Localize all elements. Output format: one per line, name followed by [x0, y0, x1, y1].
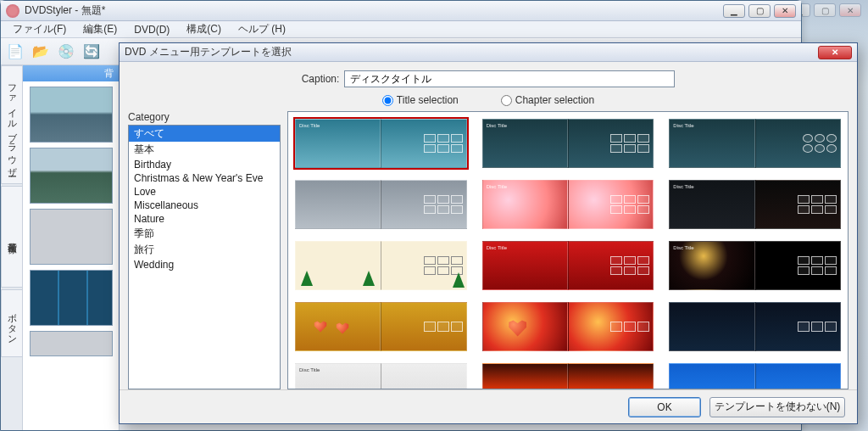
menu-file[interactable]: ファイル(F): [4, 20, 75, 38]
tab-buttons[interactable]: ボタン: [1, 289, 22, 357]
category-item[interactable]: 旅行: [129, 242, 280, 258]
category-item[interactable]: Birthday: [129, 158, 280, 171]
bg-close-button[interactable]: ✕: [839, 3, 861, 17]
dialog-top: Caption: Title selection Chapter selecti…: [120, 62, 857, 111]
dialog-titlebar: DVD メニュー用テンプレートを選択 ✕: [120, 43, 857, 62]
side-tabs: ファイルブラウザー 背景画像 ボタン: [1, 65, 23, 430]
radio-chapter-label: Chapter selection: [515, 94, 594, 106]
dialog-title: DVD メニュー用テンプレートを選択: [125, 45, 818, 59]
category-item[interactable]: Wedding: [129, 258, 280, 271]
menu-config[interactable]: 構成(C): [178, 20, 230, 38]
maximize-button[interactable]: ▢: [748, 4, 771, 18]
menubar: ファイル(F) 編集(E) DVD(D) 構成(C) ヘルプ (H): [1, 21, 801, 38]
burn-icon[interactable]: 💿: [57, 42, 75, 61]
template-item[interactable]: Disc Title: [667, 178, 843, 231]
app-icon: [6, 4, 19, 18]
selection-mode-row: Title selection Chapter selection: [136, 94, 840, 106]
category-item[interactable]: Christmas & New Year's Eve: [129, 171, 280, 185]
template-item[interactable]: Disc Title: [667, 117, 843, 170]
thumbnail[interactable]: [30, 148, 113, 204]
window-controls: ▁ ▢ ✕: [723, 4, 796, 18]
file-browser-panel: 背: [23, 65, 120, 430]
no-template-button[interactable]: テンプレートを使わない(N): [709, 397, 845, 417]
dialog-close-button[interactable]: ✕: [818, 46, 852, 59]
dialog-buttons: OK テンプレートを使わない(N): [120, 389, 857, 423]
dialog-body: Category すべて 基本 Birthday Christmas & New…: [120, 111, 857, 389]
category-item[interactable]: すべて: [129, 126, 280, 142]
refresh-icon[interactable]: 🔄: [82, 42, 101, 61]
radio-title-input[interactable]: [382, 95, 393, 106]
template-item[interactable]: Disc Title: [481, 239, 656, 292]
category-item[interactable]: 季節: [129, 226, 280, 242]
template-item[interactable]: [667, 361, 843, 389]
category-item[interactable]: Nature: [129, 212, 280, 226]
caption-input[interactable]: [344, 70, 675, 87]
category-item[interactable]: 基本: [129, 142, 280, 158]
template-item[interactable]: [481, 361, 656, 389]
template-item[interactable]: [293, 300, 469, 353]
tab-background[interactable]: 背景画像: [1, 186, 22, 288]
tab-file-browser[interactable]: ファイルブラウザー: [1, 65, 22, 184]
category-item[interactable]: Love: [129, 185, 280, 199]
template-item[interactable]: Disc Title: [293, 117, 469, 170]
radio-chapter-selection[interactable]: Chapter selection: [501, 94, 594, 106]
new-icon[interactable]: 📄: [6, 42, 25, 61]
template-grid-wrap: Disc Title Disc Title Disc Title: [287, 111, 849, 389]
ok-button[interactable]: OK: [628, 397, 701, 417]
close-button[interactable]: ✕: [774, 4, 796, 18]
caption-row: Caption:: [136, 70, 840, 87]
template-dialog: DVD メニュー用テンプレートを選択 ✕ Caption: Title sele…: [119, 42, 858, 424]
template-item[interactable]: [293, 178, 469, 231]
window-title: DVDStyler - 無題*: [25, 3, 723, 18]
fb-header: 背: [23, 65, 119, 81]
template-grid[interactable]: Disc Title Disc Title Disc Title: [288, 112, 848, 389]
template-item[interactable]: Disc Title: [481, 178, 656, 231]
category-panel: Category すべて 基本 Birthday Christmas & New…: [128, 111, 281, 389]
template-item[interactable]: Disc Title: [481, 117, 656, 170]
template-item[interactable]: Disc Title: [667, 239, 843, 292]
bg-max-button[interactable]: ▢: [814, 3, 836, 17]
menu-edit[interactable]: 編集(E): [75, 20, 125, 38]
category-label: Category: [128, 111, 281, 123]
template-item[interactable]: Disc Title: [293, 361, 469, 389]
thumbnail[interactable]: [30, 270, 113, 326]
radio-chapter-input[interactable]: [501, 95, 512, 106]
radio-title-selection[interactable]: Title selection: [382, 94, 459, 106]
menu-dvd[interactable]: DVD(D): [125, 22, 178, 37]
open-icon[interactable]: 📂: [31, 42, 50, 61]
template-item[interactable]: [481, 300, 656, 353]
template-item[interactable]: [667, 300, 843, 353]
template-item[interactable]: [293, 239, 469, 292]
caption-label: Caption:: [302, 73, 340, 85]
category-item[interactable]: Miscellaneous: [129, 199, 280, 212]
thumbnail[interactable]: [30, 209, 113, 265]
thumbnail[interactable]: [30, 87, 113, 143]
radio-title-label: Title selection: [397, 94, 459, 106]
thumbnail[interactable]: [30, 331, 113, 356]
minimize-button[interactable]: ▁: [723, 4, 745, 18]
menu-help[interactable]: ヘルプ (H): [230, 20, 294, 38]
tpl-title-label: Disc Title: [299, 123, 320, 128]
titlebar: DVDStyler - 無題* ▁ ▢ ✕: [1, 1, 801, 21]
category-list[interactable]: すべて 基本 Birthday Christmas & New Year's E…: [128, 125, 281, 389]
